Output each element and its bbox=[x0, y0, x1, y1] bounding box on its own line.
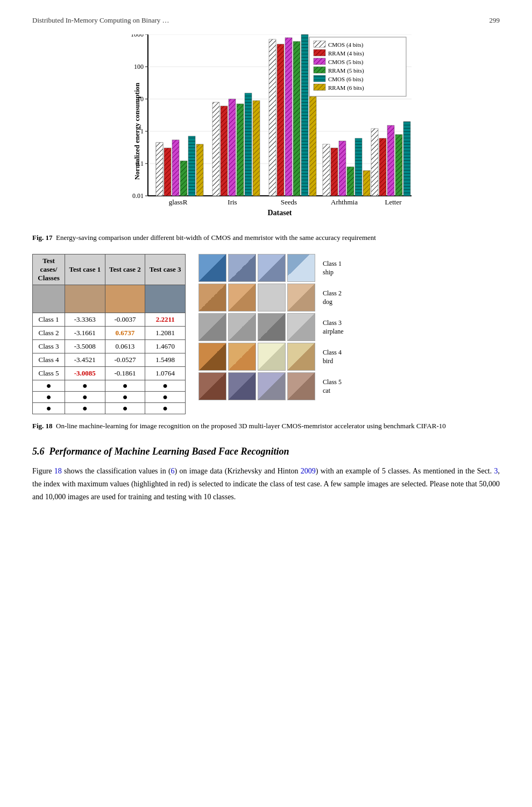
svg-rect-39 bbox=[331, 148, 338, 196]
svg-text:Iris: Iris bbox=[228, 198, 237, 206]
classification-table: Testcases/Classes Test case 1 Test case … bbox=[32, 254, 186, 414]
tc3-val-3: 1.4670 bbox=[145, 339, 186, 353]
svg-text:CMOS (5 bits): CMOS (5 bits) bbox=[328, 59, 364, 66]
svg-rect-28 bbox=[229, 99, 236, 196]
table-row: Class 1 -3.3363 -0.0037 2.2211 bbox=[33, 313, 186, 326]
img-cell bbox=[198, 254, 226, 282]
img-cell bbox=[198, 284, 226, 312]
svg-rect-78 bbox=[314, 84, 325, 90]
svg-text:Seeds: Seeds bbox=[280, 198, 296, 206]
table-tc2-img bbox=[105, 285, 145, 313]
img-cell bbox=[228, 254, 256, 282]
table-header-tc3: Test case 3 bbox=[145, 254, 186, 285]
table-row: Class 4 -3.4521 -0.0527 1.5498 bbox=[33, 353, 186, 366]
section-heading: 5.6 Performance of Machine Learning Base… bbox=[32, 446, 500, 457]
img-cell bbox=[258, 343, 286, 371]
ref-sect3[interactable]: 3 bbox=[494, 467, 498, 475]
svg-rect-36 bbox=[301, 34, 308, 196]
chart-section: Normalized energy consumption 0.01 0.1 1… bbox=[83, 34, 449, 228]
svg-text:1000: 1000 bbox=[131, 34, 144, 38]
img-cell bbox=[198, 372, 226, 400]
img-cell bbox=[258, 372, 286, 400]
dot-row-2: ● ● ● ● bbox=[33, 391, 186, 402]
class-label-5: Class 5 bbox=[33, 366, 65, 380]
svg-rect-24 bbox=[188, 136, 195, 196]
class-label-3: Class 3 bbox=[33, 339, 65, 353]
class-label-2: Class 2 bbox=[33, 326, 65, 339]
table-header-tc2: Test case 2 bbox=[105, 254, 145, 285]
tc3-val-2: 1.2081 bbox=[145, 326, 186, 339]
img-cell bbox=[287, 284, 315, 312]
svg-text:RRAM (5 bits): RRAM (5 bits) bbox=[328, 67, 364, 74]
svg-text:glassR: glassR bbox=[168, 198, 187, 206]
svg-rect-31 bbox=[253, 101, 260, 196]
img-cell bbox=[198, 313, 226, 341]
svg-rect-34 bbox=[285, 38, 292, 196]
tc2-val-1: -0.0037 bbox=[105, 313, 145, 326]
class-label-1: Class 1 bbox=[33, 313, 65, 326]
ref-eq6[interactable]: 6 bbox=[171, 467, 175, 475]
svg-rect-48 bbox=[403, 122, 410, 196]
tc2-val-2: 0.6737 bbox=[105, 326, 145, 339]
svg-rect-47 bbox=[395, 134, 402, 196]
svg-rect-30 bbox=[245, 93, 252, 196]
tc1-val-2: -3.1661 bbox=[65, 326, 105, 339]
svg-rect-32 bbox=[269, 39, 276, 196]
img-cell bbox=[258, 313, 286, 341]
svg-rect-44 bbox=[371, 129, 378, 196]
svg-rect-72 bbox=[314, 58, 325, 65]
tc2-val-5: -0.1861 bbox=[105, 366, 145, 380]
svg-text:Dataset: Dataset bbox=[267, 209, 292, 217]
tc3-val-5: 1.0764 bbox=[145, 366, 186, 380]
class-label-airplane: Class 3airplane bbox=[323, 313, 344, 343]
svg-text:RRAM (4 bits): RRAM (4 bits) bbox=[328, 50, 364, 57]
tc1-val-4: -3.4521 bbox=[65, 353, 105, 366]
dot-row-1: ● ● ● ● bbox=[33, 380, 186, 391]
svg-rect-38 bbox=[323, 144, 330, 196]
ref-fig18[interactable]: 18 bbox=[54, 467, 62, 475]
fig17-caption: Fig. 17 Fig. 17 Energy-saving comparison… bbox=[32, 232, 500, 243]
tc3-val-4: 1.5498 bbox=[145, 353, 186, 366]
svg-rect-76 bbox=[314, 75, 325, 82]
class-label-bird: Class 4bird bbox=[323, 343, 344, 372]
table-tc1-img bbox=[65, 285, 105, 313]
class-label-ship: Class 1ship bbox=[323, 254, 344, 284]
table-row: Class 2 -3.1661 0.6737 1.2081 bbox=[33, 326, 186, 339]
svg-text:RRAM (6 bits): RRAM (6 bits) bbox=[328, 84, 364, 91]
tc2-val-3: 0.0613 bbox=[105, 339, 145, 353]
img-cell bbox=[287, 313, 315, 341]
table-tc3-img bbox=[145, 285, 186, 313]
table-header-classes: Testcases/Classes bbox=[33, 254, 65, 285]
svg-rect-45 bbox=[379, 138, 386, 196]
table-row: Class 3 -3.5008 0.0613 1.4670 bbox=[33, 339, 186, 353]
tc1-val-5: -3.0085 bbox=[65, 366, 105, 380]
svg-rect-33 bbox=[277, 44, 284, 196]
tc1-val-1: -3.3363 bbox=[65, 313, 105, 326]
svg-rect-25 bbox=[196, 144, 203, 196]
svg-rect-43 bbox=[363, 171, 370, 196]
y-axis-label: Normalized energy consumption bbox=[133, 83, 141, 180]
img-cell bbox=[287, 254, 315, 282]
svg-text:100: 100 bbox=[134, 63, 144, 70]
svg-rect-27 bbox=[221, 106, 228, 196]
fig18-container: Testcases/Classes Test case 1 Test case … bbox=[32, 254, 500, 414]
svg-rect-40 bbox=[339, 141, 346, 196]
svg-rect-20 bbox=[156, 143, 163, 196]
bar-chart: 0.01 0.1 1 10 100 1000 bbox=[126, 34, 412, 217]
ref-2009[interactable]: 2009 bbox=[301, 467, 316, 475]
svg-rect-29 bbox=[237, 104, 244, 196]
img-cell bbox=[258, 284, 286, 312]
svg-rect-74 bbox=[314, 67, 325, 73]
class-label-4: Class 4 bbox=[33, 353, 65, 366]
svg-text:CMOS (4 bits): CMOS (4 bits) bbox=[328, 41, 364, 48]
img-cell bbox=[287, 372, 315, 400]
img-cell bbox=[228, 284, 256, 312]
image-grid-section: Class 1ship Class 2dog Class 3airplane C… bbox=[191, 254, 344, 402]
svg-text:0.01: 0.01 bbox=[132, 192, 144, 200]
svg-rect-23 bbox=[180, 161, 187, 196]
table-header-tc1: Test case 1 bbox=[65, 254, 105, 285]
img-cell bbox=[228, 343, 256, 371]
img-cell bbox=[258, 254, 286, 282]
tc2-val-4: -0.0527 bbox=[105, 353, 145, 366]
svg-rect-26 bbox=[212, 102, 219, 196]
